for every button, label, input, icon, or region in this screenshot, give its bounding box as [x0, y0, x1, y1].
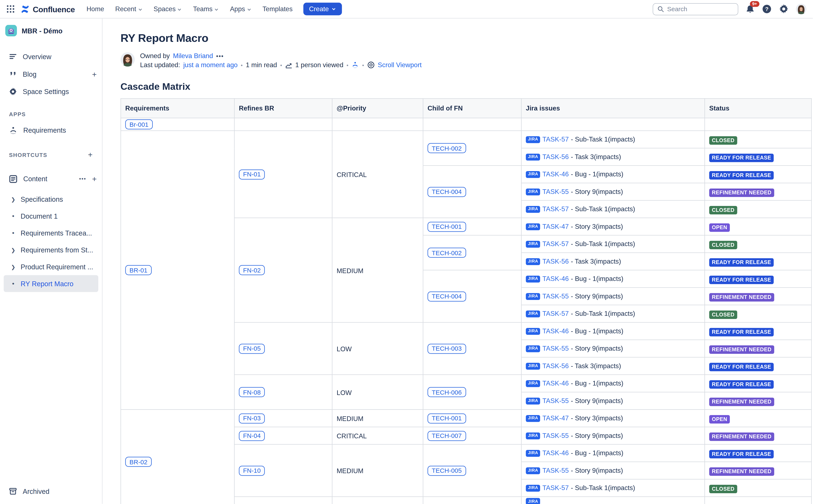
fn-pill[interactable]: FN-01 — [239, 169, 265, 180]
jira-issue-link[interactable]: TASK-46 — [543, 450, 569, 457]
jira-badge[interactable]: JIRA — [526, 206, 541, 213]
jira-badge[interactable]: JIRA — [526, 397, 541, 404]
jira-badge[interactable]: JIRA — [526, 241, 541, 248]
jira-badge[interactable]: JIRA — [526, 275, 541, 282]
search-input[interactable]: Search — [653, 3, 738, 15]
req-pill[interactable]: BR-02 — [125, 457, 152, 467]
owner-avatar[interactable] — [120, 52, 135, 67]
byline-more-icon[interactable]: ••• — [216, 53, 224, 59]
jira-badge[interactable]: JIRA — [526, 450, 541, 457]
jira-issue-link[interactable]: TASK-57 — [543, 240, 569, 248]
jira-issue-link[interactable]: TASK-56 — [543, 258, 569, 265]
jira-issue-link[interactable]: TASK-57 — [543, 136, 569, 143]
fn-pill[interactable]: FN-05 — [239, 344, 265, 354]
create-button[interactable]: Create — [303, 3, 342, 15]
sidebar-item-content[interactable]: Content ••• + — [0, 170, 102, 188]
jira-issue-link[interactable]: TASK-47 — [543, 223, 569, 230]
jira-issue-link[interactable]: TASK-46 — [543, 275, 569, 283]
viewed-count[interactable]: 1 person viewed — [295, 61, 343, 69]
jira-badge[interactable]: JIRA — [526, 362, 541, 369]
sidebar-item-blog[interactable]: Blog + — [0, 65, 102, 83]
sidebar-item-space-settings[interactable]: Space Settings — [0, 83, 102, 101]
tech-pill[interactable]: TECH-002 — [428, 143, 466, 153]
tree-item-product-requirement[interactable]: ❯Product Requirement ... — [4, 258, 98, 275]
settings-button[interactable] — [779, 4, 789, 14]
expand-chevron-icon[interactable]: ❯ — [11, 247, 16, 253]
jira-badge[interactable]: JIRA — [526, 223, 541, 230]
expand-chevron-icon[interactable]: ❯ — [11, 264, 16, 270]
add-blog-icon[interactable]: + — [92, 70, 97, 78]
fn-pill[interactable]: FN-08 — [239, 387, 265, 397]
nav-item-spaces[interactable]: Spaces — [154, 5, 182, 13]
help-button[interactable]: ? — [762, 4, 772, 14]
jira-badge[interactable]: JIRA — [526, 498, 541, 504]
jira-badge[interactable]: JIRA — [526, 485, 541, 492]
expand-chevron-icon[interactable]: ❯ — [11, 196, 16, 202]
fn-pill[interactable]: FN-03 — [239, 413, 265, 424]
tree-item-ry-report-macro[interactable]: •RY Report Macro — [4, 275, 98, 292]
jira-issue-link[interactable]: TASK-57 — [543, 310, 569, 317]
requirements-app-mini-icon[interactable] — [351, 61, 359, 69]
tech-pill[interactable]: TECH-001 — [428, 222, 466, 232]
tree-item-requirements-from-st[interactable]: ❯Requirements from St... — [4, 241, 98, 258]
jira-badge[interactable]: JIRA — [526, 328, 541, 335]
tech-pill[interactable]: TECH-004 — [428, 291, 466, 301]
jira-issue-link[interactable]: TASK-55 — [543, 345, 569, 352]
fn-pill[interactable]: FN-10 — [239, 466, 265, 476]
nav-item-apps[interactable]: Apps — [230, 5, 251, 13]
fn-pill[interactable]: FN-02 — [239, 265, 265, 275]
jira-badge[interactable]: JIRA — [526, 310, 541, 317]
jira-badge[interactable]: JIRA — [526, 345, 541, 352]
confluence-logo[interactable]: Confluence — [20, 4, 75, 14]
sidebar-item-overview[interactable]: Overview — [0, 48, 102, 66]
fn-pill[interactable]: FN-04 — [239, 431, 265, 441]
sidebar-item-requirements[interactable]: Requirements — [0, 121, 102, 139]
jira-issue-link[interactable]: TASK-46 — [543, 380, 569, 387]
jira-badge[interactable]: JIRA — [526, 171, 541, 178]
jira-issue-link[interactable]: TASK-57 — [543, 206, 569, 213]
tech-pill[interactable]: TECH-001 — [428, 413, 466, 424]
app-switcher-icon[interactable] — [6, 5, 15, 13]
tech-pill[interactable]: TECH-002 — [428, 248, 466, 258]
jira-issue-link[interactable]: TASK-46 — [543, 171, 569, 178]
jira-badge[interactable]: JIRA — [526, 293, 541, 300]
tree-item-requirements-tracea[interactable]: •Requirements Tracea... — [4, 225, 98, 241]
jira-issue-link[interactable]: TASK-56 — [543, 362, 569, 370]
space-header[interactable]: MBR - Démo — [0, 25, 102, 37]
notifications-button[interactable]: 9+ — [746, 4, 755, 14]
req-pill[interactable]: Br-001 — [125, 120, 153, 130]
tech-pill[interactable]: TECH-007 — [428, 431, 466, 441]
sidebar-item-archived[interactable]: Archived — [0, 483, 102, 500]
nav-item-templates[interactable]: Templates — [262, 5, 292, 13]
jira-badge[interactable]: JIRA — [526, 380, 541, 387]
nav-item-teams[interactable]: Teams — [193, 5, 219, 13]
scroll-viewport-link[interactable]: Scroll Viewport — [378, 61, 422, 69]
jira-issue-link[interactable]: TASK-57 — [543, 484, 569, 492]
jira-issue-link[interactable]: TASK-55 — [543, 293, 569, 300]
jira-badge[interactable]: JIRA — [526, 136, 541, 143]
add-shortcut-icon[interactable]: + — [88, 151, 93, 159]
owner-link[interactable]: Mileva Briand — [173, 52, 213, 60]
tech-pill[interactable]: TECH-003 — [428, 344, 466, 354]
content-more-icon[interactable]: ••• — [79, 176, 86, 182]
jira-badge[interactable]: JIRA — [526, 415, 541, 422]
jira-issue-link[interactable]: TASK-56 — [543, 153, 569, 161]
jira-issue-link[interactable]: TASK-47 — [543, 415, 569, 422]
jira-issue-link[interactable]: TASK-55 — [543, 467, 569, 474]
jira-issue-link[interactable]: TASK-55 — [543, 432, 569, 439]
tech-pill[interactable]: TECH-006 — [428, 387, 466, 397]
user-avatar[interactable] — [796, 4, 807, 14]
tech-pill[interactable]: TECH-004 — [428, 187, 466, 197]
tech-pill[interactable]: TECH-005 — [428, 466, 466, 476]
jira-issue-link[interactable]: TASK-55 — [543, 188, 569, 195]
nav-item-home[interactable]: Home — [86, 5, 104, 13]
jira-badge[interactable]: JIRA — [526, 258, 541, 265]
jira-badge[interactable]: JIRA — [526, 467, 541, 474]
add-content-icon[interactable]: + — [92, 175, 97, 183]
jira-issue-link[interactable]: TASK-46 — [543, 327, 569, 335]
jira-issue-link[interactable]: TASK-55 — [543, 397, 569, 405]
req-pill[interactable]: BR-01 — [125, 265, 152, 275]
tree-item-document-1[interactable]: •Document 1 — [4, 208, 98, 225]
nav-item-recent[interactable]: Recent — [115, 5, 142, 13]
last-updated-link[interactable]: just a moment ago — [183, 61, 238, 69]
